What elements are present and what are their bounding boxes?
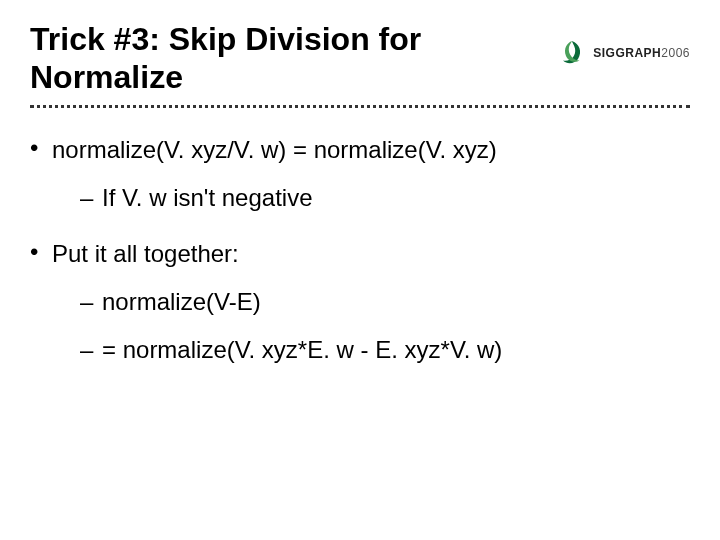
slide-content: normalize(V. xyz/V. w) = normalize(V. xy… (30, 136, 690, 364)
bullet-text: Put it all together: (52, 240, 239, 267)
sub-list: If V. w isn't negative (52, 184, 690, 212)
list-item: If V. w isn't negative (80, 184, 690, 212)
bullet-text: normalize(V-E) (102, 288, 261, 315)
bullet-text: If V. w isn't negative (102, 184, 312, 211)
list-item: normalize(V. xyz/V. w) = normalize(V. xy… (30, 136, 690, 212)
dotted-divider (30, 105, 690, 108)
slide-title: Trick #3: Skip Division for Normalize (30, 20, 550, 97)
list-item: Put it all together: normalize(V-E) = no… (30, 240, 690, 364)
siggraph-logo-icon (557, 38, 587, 68)
bullet-text: = normalize(V. xyz*E. w - E. xyz*V. w) (102, 336, 502, 363)
brand-text: SIGGRAPH2006 (593, 46, 690, 60)
slide: Trick #3: Skip Division for Normalize SI… (0, 0, 720, 540)
slide-header: Trick #3: Skip Division for Normalize SI… (30, 20, 690, 97)
bullet-list: normalize(V. xyz/V. w) = normalize(V. xy… (30, 136, 690, 364)
sub-list: normalize(V-E) = normalize(V. xyz*E. w -… (52, 288, 690, 364)
brand-block: SIGGRAPH2006 (557, 38, 690, 68)
brand-name-light: 2006 (661, 46, 690, 60)
brand-name-bold: SIGGRAPH (593, 46, 661, 60)
bullet-text: normalize(V. xyz/V. w) = normalize(V. xy… (52, 136, 497, 163)
list-item: normalize(V-E) (80, 288, 690, 316)
list-item: = normalize(V. xyz*E. w - E. xyz*V. w) (80, 336, 690, 364)
